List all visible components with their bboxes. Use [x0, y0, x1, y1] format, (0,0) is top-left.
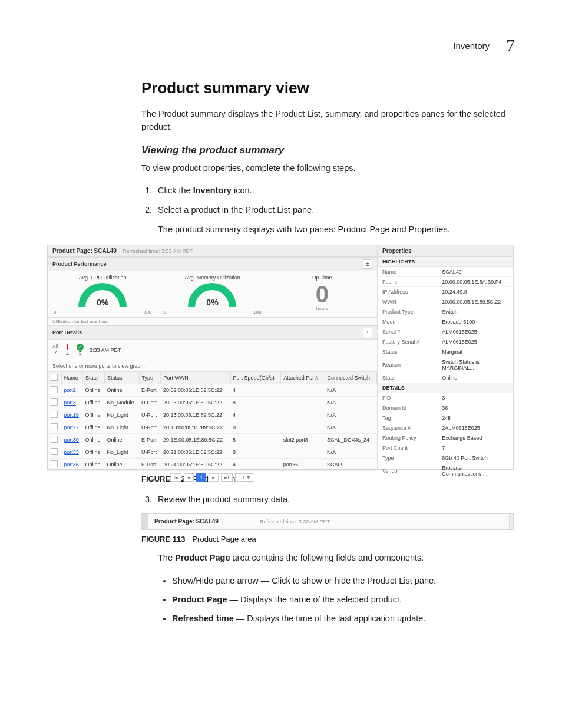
header-section: Inventory — [453, 41, 490, 51]
row-checkbox[interactable] — [51, 436, 58, 443]
figure-113-caption: FIGURE 113Product Page area — [141, 535, 515, 543]
pager-first[interactable]: I◂ — [170, 473, 182, 482]
bullet-3: Refreshed time — Displays the time of th… — [172, 611, 515, 626]
properties-pane: Properties HIGHLIGHTS NameSCAL49Fabric10… — [378, 245, 513, 469]
property-row: Port Count7 — [378, 443, 513, 453]
bullets-list: Show/Hide pane arrow — Click to show or … — [161, 573, 515, 626]
collapse-icon[interactable]: ± — [363, 259, 372, 269]
steps-list: Click the Inventory icon. Select a produ… — [141, 183, 515, 236]
step-3: Review the product summary data. — [154, 492, 515, 508]
property-row: Sequence #2ALM0615E025 — [378, 423, 513, 433]
product-page-title: Product Page: SCAL49 — [52, 248, 117, 254]
table-row: port27OfflineNo_LightU-Port20:1B:00:05:1… — [48, 421, 377, 434]
right-handle — [509, 514, 513, 529]
port-link[interactable]: port19 — [64, 412, 79, 418]
port-link[interactable]: port27 — [64, 424, 79, 430]
row-checkbox[interactable] — [51, 448, 58, 455]
col-checkbox — [48, 372, 62, 384]
steps-list-cont: Review the product summary data. — [141, 492, 515, 508]
port-link[interactable]: port2 — [64, 387, 76, 393]
figure-112: Product Page: SCAL49 Refreshed time: 3:3… — [47, 245, 515, 470]
port-link[interactable]: port33 — [64, 449, 79, 455]
port-note: Select one or more ports to view graph. — [48, 361, 377, 371]
collapse-icon[interactable]: ± — [363, 328, 372, 337]
property-row: Factory Serial #ALM0615E025 — [378, 337, 513, 347]
properties-head: Properties — [378, 245, 513, 257]
table-row: port36OnlineOnlineE-Port20:24:00:05:1E:8… — [48, 459, 377, 471]
table-row: port19OfflineNo_LightU-Port20:13:00:05:1… — [48, 409, 377, 421]
highlights-head: HIGHLIGHTS — [378, 257, 513, 267]
property-row: VendorBrocade Communications,... — [378, 463, 513, 479]
property-row: Fabric10:00:00:05:1E:8A:B9:F4 — [378, 277, 513, 287]
document-page: Inventory 7 Product summary view The Pro… — [0, 0, 562, 728]
details-table: FID3Domain Id36Tag24ffSequence #2ALM0615… — [378, 393, 513, 479]
sub-intro: To view product properties, complete the… — [141, 162, 515, 175]
cpu-gauge-block: Avg. CPU Utilization 0% 0100 — [48, 271, 157, 317]
details-head: DETAILS — [378, 383, 513, 393]
row-checkbox[interactable] — [51, 411, 58, 418]
down-arrow-icon: ⬇ — [64, 343, 71, 351]
property-row: IP Address10.24.49.8 — [378, 287, 513, 297]
filter-time: 3:33 AM PDT — [90, 347, 121, 353]
highlights-table: NameSCAL49Fabric10:00:00:05:1E:8A:B9:F4I… — [378, 267, 513, 383]
bullet-1: Show/Hide pane arrow — Click to show or … — [172, 573, 515, 588]
checkbox-all[interactable] — [51, 374, 58, 381]
pager-size[interactable]: 10 ▼ — [235, 473, 254, 482]
port-details-head: Port Details ± — [48, 325, 377, 340]
content-column: Product summary view The Product summary… — [141, 79, 515, 236]
perf-note: Utilization for last one hour — [48, 318, 377, 325]
uptime-block: Up Time 0 hours — [267, 271, 377, 317]
left-pane: Product Page: SCAL49 Refreshed time: 3:3… — [48, 245, 378, 469]
intro-text: The Product summary displays the Product… — [141, 108, 515, 134]
filter-up[interactable]: ✓3 — [77, 344, 84, 357]
pager-page-1[interactable]: 1 — [196, 473, 206, 482]
product-page-bar-113: Product Page: SCAL49 Refreshed time: 3:3… — [148, 518, 509, 525]
pager-prev[interactable]: ◂ — [184, 473, 194, 482]
figure-112-screenshot: Product Page: SCAL49 Refreshed time: 3:3… — [47, 245, 514, 470]
content-column-2: FIGURE 112Product summary Review the pro… — [141, 475, 515, 626]
row-checkbox[interactable] — [51, 386, 58, 393]
bullet-2: Product Page — Displays the name of the … — [172, 592, 515, 607]
step-1: Click the Inventory icon. — [154, 183, 515, 199]
port-link[interactable]: port30 — [64, 437, 79, 443]
pager: I◂ ◂ 1 ▸ ▸I 10 ▼ — [48, 471, 377, 484]
property-row: ReasonSwitch Status is MARGINAL... — [378, 357, 513, 373]
property-row: StateOnline — [378, 373, 513, 383]
figure-113-screenshot: Product Page: SCAL49 Refreshed time: 3:3… — [141, 513, 514, 530]
property-row: Tag24ff — [378, 413, 513, 423]
property-row: Routing PolicyExchange Based — [378, 433, 513, 443]
subheading: Viewing the product summary — [141, 144, 515, 156]
filter-all[interactable]: All7 — [52, 344, 58, 356]
port-filter: All7 ⬇4 ✓3 3:33 AM PDT — [48, 340, 377, 361]
after-113-text: The Product Page area contains the follo… — [158, 552, 515, 565]
property-row: StatusMarginal — [378, 347, 513, 357]
filter-down[interactable]: ⬇4 — [64, 343, 71, 357]
table-row: port3OfflineNo_ModuleU-Port20:03:00:05:1… — [48, 397, 377, 409]
property-row: Domain Id36 — [378, 403, 513, 413]
pager-next[interactable]: ▸ — [209, 473, 219, 482]
table-row: port33OfflineNo_LightU-Port20:21:00:05:1… — [48, 446, 377, 459]
refreshed-time: Refreshed time: 3:33 AM PDT — [123, 248, 193, 254]
table-row: port30OnlineOnlineE-Port20:1E:00:05:1E:8… — [48, 434, 377, 446]
property-row: ModelBrocade 5100 — [378, 317, 513, 327]
mem-gauge: 0% — [186, 282, 239, 309]
cpu-gauge: 0% — [76, 282, 129, 309]
product-page-title-113: Product Page: SCAL49 — [154, 518, 219, 525]
show-hide-pane-handle[interactable] — [142, 514, 148, 529]
property-row: WWN10:00:00:05:1E:89:5C:22 — [378, 297, 513, 307]
property-row: FID3 — [378, 393, 513, 403]
row-checkbox[interactable] — [51, 423, 58, 430]
ports-header-row: Name State Status Type Port WWN Port Spe… — [48, 372, 377, 384]
port-link[interactable]: port3 — [64, 400, 76, 406]
row-checkbox[interactable] — [51, 460, 58, 467]
header-chapter: 7 — [506, 35, 515, 55]
port-link[interactable]: port36 — [64, 462, 79, 467]
row-checkbox[interactable] — [51, 398, 58, 406]
table-row: port2OnlineOnlineE-Port20:02:00:05:1E:89… — [48, 384, 377, 397]
property-row: Serial #ALM0615E025 — [378, 327, 513, 337]
pager-last[interactable]: ▸I — [221, 473, 233, 482]
step-2: Select a product in the Product List pan… — [154, 202, 515, 236]
property-row: Type8Gb 40 Port Switch — [378, 453, 513, 463]
ports-table: Name State Status Type Port WWN Port Spe… — [48, 371, 377, 471]
product-page-bar: Product Page: SCAL49 Refreshed time: 3:3… — [48, 245, 377, 257]
